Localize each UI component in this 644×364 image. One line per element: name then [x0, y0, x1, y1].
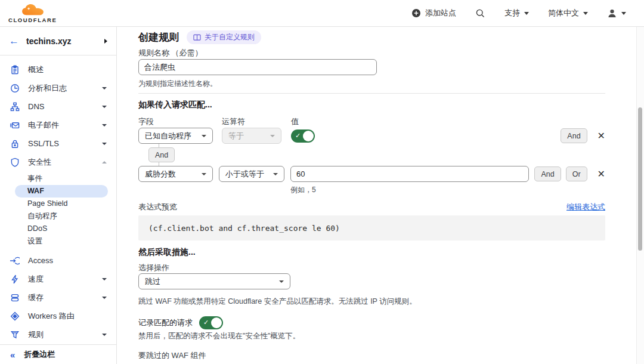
field-select-1[interactable]: 已知自动程序 — [138, 128, 213, 144]
book-icon — [193, 34, 201, 41]
account-menu[interactable] — [607, 8, 626, 18]
value-input-row2[interactable] — [290, 166, 529, 182]
user-icon — [607, 8, 617, 18]
value-hint: 例如，5 — [290, 185, 605, 195]
sidebar-item-label: 缓存 — [28, 292, 44, 303]
sidebar-item-analytics[interactable]: 分析和日志 — [0, 79, 116, 97]
dns-icon — [10, 101, 20, 112]
language-menu[interactable]: 简体中文 — [548, 8, 588, 18]
log-requests-toggle[interactable]: ✓ — [199, 316, 223, 329]
plus-circle-icon — [411, 8, 421, 18]
overview-icon — [10, 64, 20, 75]
value-column-label: 值 — [291, 116, 299, 127]
sidebar-item-label: 规则 — [28, 329, 44, 340]
sidebar-item-rules[interactable]: 规则 — [0, 325, 116, 344]
sidebar-item-label: DNS — [28, 102, 44, 111]
log-requests-row: 记录匹配的请求 ✓ — [138, 316, 605, 329]
scrollbar-track — [636, 27, 644, 364]
expression-preview-row: 表达式预览 编辑表达式 — [138, 202, 605, 212]
about-custom-rules-label: 关于自定义规则 — [205, 32, 255, 42]
field-select-1-value: 已知自动程序 — [145, 131, 191, 141]
value-toggle-row1[interactable]: ✓ — [291, 129, 315, 143]
sidebar-item-ssl-tls[interactable]: SSL/TLS — [0, 134, 116, 153]
sidebar-item-page-shield[interactable]: Page Shield — [15, 198, 108, 210]
collapse-sidebar-button[interactable]: « 折叠边栏 — [0, 344, 116, 364]
lock-icon — [10, 138, 20, 149]
log-requests-help: 禁用后，匹配的请求不会出现在"安全性"概览下。 — [138, 331, 605, 341]
sidebar-item-workers[interactable]: Workers 路由 — [0, 307, 116, 325]
log-requests-label: 记录匹配的请求 — [138, 317, 193, 328]
sidebar-item-events[interactable]: 事件 — [15, 172, 108, 185]
sidebar-item-access[interactable]: Access — [0, 251, 116, 270]
back-arrow-icon[interactable]: ← — [9, 35, 19, 47]
remove-condition-row2-button[interactable]: ✕ — [597, 169, 605, 179]
add-site-button[interactable]: 添加站点 — [411, 8, 456, 18]
sidebar: ← techins.xyz 概述 分析和日志 DNS — [0, 27, 117, 364]
and-button-row2[interactable]: And — [534, 166, 561, 181]
condition-connector: And — [138, 144, 605, 166]
sidebar-item-waf[interactable]: WAF — [15, 185, 108, 198]
chevron-up-icon — [102, 161, 107, 164]
sidebar-item-ddos[interactable]: DDoS — [15, 223, 108, 235]
search-icon — [475, 8, 485, 18]
field-select-2[interactable]: 威胁分数 — [138, 166, 213, 182]
condition-row-1: 已知自动程序 等于 ✓ And ✕ — [138, 128, 605, 144]
or-button-row2[interactable]: Or — [566, 166, 587, 181]
action-select[interactable]: 跳过 — [138, 273, 290, 289]
support-label: 支持 — [504, 8, 520, 18]
scrollbar-thumb[interactable] — [638, 107, 642, 251]
logo-wordmark: CLOUDFLARE — [8, 17, 57, 23]
operator-select-2-value: 小于或等于 — [225, 169, 264, 180]
rule-name-input[interactable] — [138, 59, 377, 75]
sidebar-item-label: 分析和日志 — [28, 83, 67, 94]
shield-icon — [10, 157, 20, 167]
sidebar-item-security[interactable]: 安全性 — [0, 153, 116, 171]
sidebar-item-label: Workers 路由 — [28, 311, 75, 322]
operator-select-2[interactable]: 小于或等于 — [219, 166, 284, 182]
sidebar-item-speed[interactable]: 速度 — [0, 270, 116, 288]
chevron-down-icon — [621, 12, 626, 15]
site-name: techins.xyz — [26, 36, 71, 46]
security-subnav: 事件 WAF Page Shield 自动程序 DDoS 设置 — [0, 172, 116, 248]
chevron-right-icon[interactable] — [104, 39, 107, 44]
action-help: 跳过 WAF 功能或禁用特定 Cloudflare 安全产品以匹配请求。无法跳过… — [138, 297, 605, 307]
search-button[interactable] — [475, 8, 485, 18]
and-button-row1[interactable]: And — [561, 128, 587, 143]
sidebar-item-label: Access — [28, 256, 53, 265]
sidebar-item-overview[interactable]: 概述 — [0, 60, 116, 79]
match-heading: 如果传入请求匹配... — [138, 100, 605, 110]
condition-row-2: 威胁分数 小于或等于 And Or ✕ — [138, 166, 605, 182]
site-switcher[interactable]: ← techins.xyz — [0, 27, 116, 55]
chevron-down-icon — [279, 280, 284, 283]
action-select-value: 跳过 — [145, 276, 160, 287]
cache-icon — [10, 292, 20, 303]
about-custom-rules-link[interactable]: 关于自定义规则 — [187, 30, 261, 44]
analytics-icon — [10, 83, 20, 93]
sidebar-item-email[interactable]: 电子邮件 — [0, 116, 116, 134]
chevron-down-icon — [583, 12, 588, 15]
field-select-2-value: 威胁分数 — [145, 169, 176, 180]
sidebar-item-label: 安全性 — [28, 157, 51, 168]
field-column-label: 字段 — [138, 116, 222, 127]
support-menu[interactable]: 支持 — [504, 8, 529, 18]
sidebar-item-settings[interactable]: 设置 — [15, 235, 108, 248]
chevron-down-icon — [524, 12, 529, 15]
top-bar: CLOUDFLARE 添加站点 支持 简体中文 — [0, 0, 644, 27]
cloudflare-cloud-icon — [20, 4, 45, 17]
remove-condition-row1-button[interactable]: ✕ — [597, 131, 605, 141]
connector-and-button[interactable]: And — [148, 147, 175, 162]
chevron-down-icon — [273, 173, 278, 175]
chevron-down-icon — [202, 173, 206, 175]
sidebar-item-caching[interactable]: 缓存 — [0, 288, 116, 307]
sidebar-item-bots[interactable]: 自动程序 — [15, 210, 108, 223]
sidebar-item-dns[interactable]: DNS — [0, 97, 116, 116]
operator-column-label: 运算符 — [222, 116, 291, 127]
check-icon: ✓ — [203, 319, 209, 326]
edit-expression-link[interactable]: 编辑表达式 — [566, 202, 605, 212]
expression-code: (cf.client.bot and cf.threat_score le 60… — [138, 215, 605, 240]
waf-components-label: 要跳过的 WAF 组件 — [138, 350, 605, 361]
cloudflare-logo[interactable]: CLOUDFLARE — [8, 4, 57, 23]
action-select-label: 选择操作 — [138, 263, 605, 273]
sidebar-item-label: 电子邮件 — [28, 120, 59, 131]
access-icon — [10, 255, 20, 266]
